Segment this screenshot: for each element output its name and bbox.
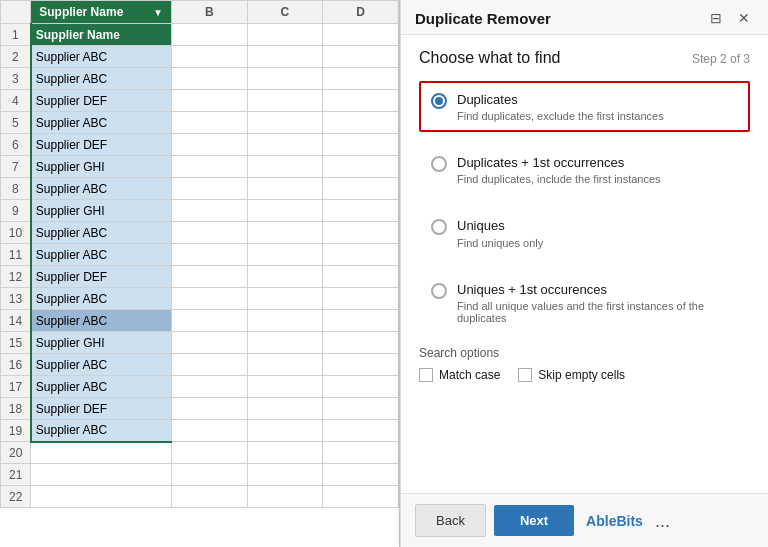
cell-b[interactable] (171, 222, 247, 244)
cell-d[interactable] (323, 24, 399, 46)
cell-a[interactable]: Supplier ABC (31, 178, 172, 200)
cell-d[interactable] (323, 112, 399, 134)
cell-b[interactable] (171, 156, 247, 178)
cell-a[interactable]: Supplier ABC (31, 354, 172, 376)
more-button[interactable]: ... (651, 508, 674, 534)
cell-d[interactable] (323, 464, 399, 486)
cell-a[interactable] (31, 442, 172, 464)
cell-d[interactable] (323, 332, 399, 354)
cell-b[interactable] (171, 112, 247, 134)
cell-c[interactable] (247, 354, 323, 376)
cell-b[interactable] (171, 376, 247, 398)
cell-d[interactable] (323, 68, 399, 90)
cell-a[interactable]: Supplier DEF (31, 398, 172, 420)
cell-c[interactable] (247, 178, 323, 200)
cell-c[interactable] (247, 464, 323, 486)
cell-a[interactable]: Supplier GHI (31, 200, 172, 222)
next-button[interactable]: Next (494, 505, 574, 536)
cell-c[interactable] (247, 398, 323, 420)
cell-d[interactable] (323, 178, 399, 200)
cell-a[interactable] (31, 486, 172, 508)
cell-a[interactable]: Supplier ABC (31, 222, 172, 244)
cell-a[interactable]: Supplier ABC (31, 420, 172, 442)
cell-c[interactable] (247, 332, 323, 354)
cell-c[interactable] (247, 420, 323, 442)
cell-d[interactable] (323, 134, 399, 156)
cell-b[interactable] (171, 244, 247, 266)
cell-d[interactable] (323, 376, 399, 398)
cell-d[interactable] (323, 398, 399, 420)
cell-a[interactable]: Supplier ABC (31, 68, 172, 90)
match-case-option[interactable]: Match case (419, 368, 500, 382)
cell-b[interactable] (171, 134, 247, 156)
cell-c[interactable] (247, 156, 323, 178)
cell-c[interactable] (247, 244, 323, 266)
cell-d[interactable] (323, 266, 399, 288)
cell-c[interactable] (247, 310, 323, 332)
cell-b[interactable] (171, 46, 247, 68)
cell-b[interactable] (171, 24, 247, 46)
option-uniques[interactable]: Uniques Find uniques only (419, 207, 750, 258)
cell-b[interactable] (171, 288, 247, 310)
cell-a[interactable]: Supplier ABC (31, 288, 172, 310)
cell-b[interactable] (171, 310, 247, 332)
cell-c[interactable] (247, 200, 323, 222)
cell-c[interactable] (247, 46, 323, 68)
cell-d[interactable] (323, 420, 399, 442)
cell-b[interactable] (171, 90, 247, 112)
cell-d[interactable] (323, 46, 399, 68)
cell-c[interactable] (247, 486, 323, 508)
match-case-checkbox[interactable] (419, 368, 433, 382)
cell-c[interactable] (247, 442, 323, 464)
cell-b[interactable] (171, 464, 247, 486)
cell-a[interactable]: Supplier ABC (31, 310, 172, 332)
cell-a[interactable]: Supplier DEF (31, 134, 172, 156)
cell-a[interactable]: Supplier ABC (31, 112, 172, 134)
cell-d[interactable] (323, 310, 399, 332)
cell-b[interactable] (171, 486, 247, 508)
cell-b[interactable] (171, 332, 247, 354)
cell-d[interactable] (323, 288, 399, 310)
cell-c[interactable] (247, 288, 323, 310)
cell-c[interactable] (247, 68, 323, 90)
col-a-header[interactable]: Supplier Name ▼ (31, 1, 172, 24)
cell-b[interactable] (171, 68, 247, 90)
cell-a[interactable]: Supplier DEF (31, 266, 172, 288)
cell-a[interactable]: Supplier Name (31, 24, 172, 46)
cell-c[interactable] (247, 112, 323, 134)
cell-c[interactable] (247, 90, 323, 112)
cell-c[interactable] (247, 222, 323, 244)
cell-d[interactable] (323, 442, 399, 464)
cell-a[interactable]: Supplier GHI (31, 156, 172, 178)
skip-empty-option[interactable]: Skip empty cells (518, 368, 625, 382)
close-button[interactable]: ✕ (734, 8, 754, 28)
option-uniques-plus[interactable]: Uniques + 1st occurences Find all unique… (419, 271, 750, 334)
option-duplicates-plus[interactable]: Duplicates + 1st occurrences Find duplic… (419, 144, 750, 195)
cell-d[interactable] (323, 354, 399, 376)
cell-d[interactable] (323, 90, 399, 112)
cell-c[interactable] (247, 24, 323, 46)
cell-b[interactable] (171, 442, 247, 464)
cell-b[interactable] (171, 178, 247, 200)
skip-empty-checkbox[interactable] (518, 368, 532, 382)
cell-b[interactable] (171, 266, 247, 288)
cell-b[interactable] (171, 420, 247, 442)
cell-b[interactable] (171, 200, 247, 222)
cell-d[interactable] (323, 244, 399, 266)
cell-a[interactable] (31, 464, 172, 486)
minimize-button[interactable]: ⊟ (706, 8, 726, 28)
cell-a[interactable]: Supplier ABC (31, 244, 172, 266)
cell-c[interactable] (247, 376, 323, 398)
option-duplicates[interactable]: Duplicates Find duplicates, exclude the … (419, 81, 750, 132)
cell-b[interactable] (171, 398, 247, 420)
cell-a[interactable]: Supplier DEF (31, 90, 172, 112)
cell-a[interactable]: Supplier ABC (31, 376, 172, 398)
cell-d[interactable] (323, 486, 399, 508)
cell-c[interactable] (247, 266, 323, 288)
back-button[interactable]: Back (415, 504, 486, 537)
cell-a[interactable]: Supplier ABC (31, 46, 172, 68)
cell-d[interactable] (323, 222, 399, 244)
cell-d[interactable] (323, 156, 399, 178)
dropdown-arrow-icon[interactable]: ▼ (153, 7, 163, 18)
cell-a[interactable]: Supplier GHI (31, 332, 172, 354)
